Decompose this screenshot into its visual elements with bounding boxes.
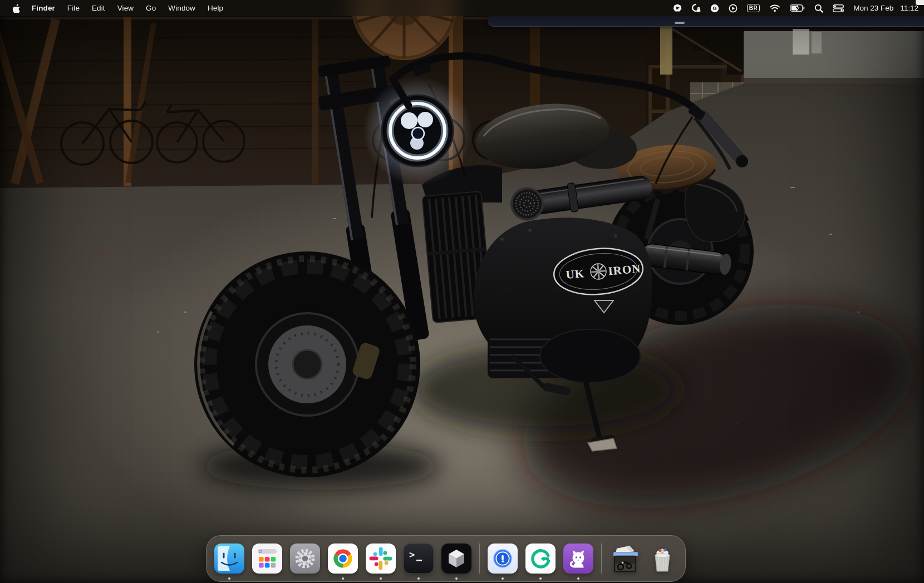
dock: > [206,535,686,582]
desktop: UK IRON [0,0,924,583]
menu-view[interactable]: View [111,0,140,16]
running-indicator [228,577,230,580]
background-window-corner[interactable] [916,0,924,5]
dock-item-downloads-stack[interactable] [610,544,640,574]
dock-item-system-settings[interactable] [290,544,320,574]
dock-item-finder[interactable] [214,544,244,574]
wallpaper-scene: UK IRON [0,0,924,583]
apps-launcher-icon [252,544,282,574]
running-indicator [417,577,420,580]
screen-lock-icon[interactable] [691,3,701,13]
svg-text:G: G [712,5,716,11]
shield-app-icon[interactable] [673,4,682,13]
dock-item-apps-launcher[interactable] [252,544,282,574]
spotlight-search-icon[interactable] [814,4,823,13]
wifi-icon[interactable] [769,4,780,12]
dock-item-grammarly[interactable] [525,544,556,574]
chrome-icon [328,544,358,574]
slack-icon [366,544,396,574]
menu-file[interactable]: File [61,0,86,16]
wallpaper-photo: UK IRON [0,0,924,583]
dock-divider [601,544,602,574]
trash-full-icon [647,544,677,574]
dock-item-1password[interactable] [488,544,518,574]
menu-go[interactable]: Go [140,0,162,16]
dock-item-trash[interactable] [647,544,677,574]
playback-icon[interactable] [729,4,738,13]
menu-bar: Finder File Edit View Go Window Help G [0,0,924,16]
running-indicator [455,577,458,580]
running-indicator [502,577,504,580]
system-settings-gear-icon [290,544,320,574]
running-indicator [539,577,542,580]
apple-menu[interactable] [7,3,26,13]
menu-edit[interactable]: Edit [86,0,111,16]
github-octocat-icon [563,544,593,574]
menu-help[interactable]: Help [201,0,229,16]
running-indicator [380,577,382,580]
1password-icon [488,544,518,574]
dock-item-cube-3d-app[interactable] [441,544,471,574]
running-indicator [342,577,344,580]
dock-item-slack[interactable] [366,544,396,574]
running-indicator [577,577,579,580]
menu-app-name[interactable]: Finder [26,0,61,16]
downloads-stack-icon [610,544,640,574]
menu-window[interactable]: Window [162,0,201,16]
svg-text:>: > [409,549,415,560]
keyboard-layout-badge[interactable]: BR [747,4,760,12]
badge-text-left: UK [566,266,585,281]
menu-bar-left: Finder File Edit View Go Window Help [0,0,229,16]
battery-charging-icon[interactable] [790,4,805,12]
dock-item-chrome[interactable] [328,544,358,574]
window-drag-handle[interactable] [675,22,685,24]
apple-logo-icon [12,3,20,13]
background-window-edge[interactable] [488,16,924,27]
menu-bar-clock[interactable]: Mon 23 Feb 11:12 [853,4,918,12]
finder-icon [214,544,244,574]
clock-date: Mon 23 Feb [853,4,893,12]
menu-bar-status: G BR [673,3,924,13]
grammarly-icon [525,544,556,574]
dock-item-github-desktop[interactable] [563,544,593,574]
terminal-icon: > [404,544,434,574]
dock-item-terminal[interactable]: > [404,544,434,574]
control-center-icon[interactable] [833,4,844,12]
grammarly-status-icon[interactable]: G [710,4,719,13]
badge-text-right: IRON [608,261,642,278]
cube-3d-icon [441,544,471,574]
clock-time: 11:12 [900,4,918,12]
dock-divider [479,544,480,574]
